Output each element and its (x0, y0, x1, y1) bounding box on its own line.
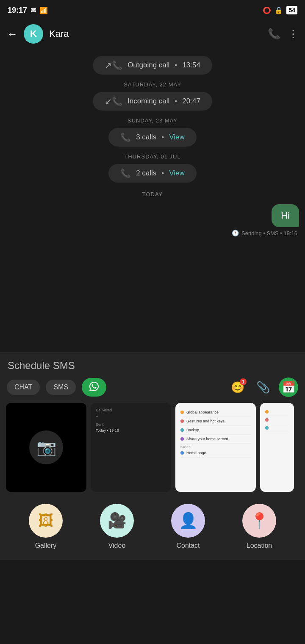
settings-item2-1 (265, 416, 289, 424)
bottom-icons-row: 🖼 Gallery 🎥 Video 👤 Contact 📍 Location (0, 499, 305, 560)
settings-item-4: Home page (180, 449, 251, 458)
settings-item-3: Share your home screen (180, 435, 251, 444)
status-left: 19:17 ✉ 📶 (8, 6, 48, 15)
status-bar: 19:17 ✉ 📶 ⭕ 🔒 54 (0, 0, 305, 20)
sending-status-text: Sending • SMS • 19:16 (241, 230, 297, 236)
delivered-dash: -- (96, 414, 166, 418)
today-label: TODAY (0, 191, 305, 197)
contact-initial: K (30, 28, 37, 39)
video-button[interactable]: 🎥 Video (100, 504, 134, 550)
three-calls-pill[interactable]: 📞 3 calls • View (108, 128, 197, 147)
date-separator-1: SATURDAY, 22 MAY (0, 81, 305, 88)
location-label: Location (247, 542, 272, 550)
sent-label: Sent (96, 422, 166, 427)
date-separator-3: THURSDAY, 01 JUL (0, 153, 305, 160)
settings-item2-0 (265, 408, 289, 416)
gallery-button[interactable]: 🖼 Gallery (29, 504, 63, 550)
top-bar-actions: 📞 ⋮ (268, 28, 298, 40)
three-calls-icon: 📞 (120, 132, 131, 142)
schedule-sms-label: Schedule SMS (0, 360, 305, 378)
outgoing-call-pill[interactable]: ↗📞 Outgoing call • 13:54 (93, 56, 212, 75)
sms-tab-pill[interactable]: SMS (46, 380, 76, 395)
video-label: Video (108, 542, 126, 550)
calendar-icon: 📅 (282, 381, 295, 394)
camera-icon: 📷 (36, 438, 56, 457)
location-icon: 📍 (250, 512, 269, 530)
outgoing-call-icon: ↗📞 (105, 60, 122, 70)
settings-item-1: Gestures and hot keys (180, 417, 251, 426)
gallery-icon: 🖼 (38, 512, 53, 530)
chat-area: ↗📞 Outgoing call • 13:54 SATURDAY, 22 MA… (0, 47, 305, 353)
settings-card-2[interactable] (260, 403, 294, 492)
settings-item-2: Backup (180, 426, 251, 435)
settings-card[interactable]: Global appearanceGestures and hot keysBa… (175, 403, 256, 492)
two-calls-icon: 📞 (120, 168, 131, 178)
more-options-button[interactable]: ⋮ (288, 28, 298, 40)
two-calls-view[interactable]: View (169, 169, 185, 178)
settings-item-0: Global appearance (180, 408, 251, 417)
contact-icon: 👤 (179, 512, 198, 530)
message-bubble-out: Hi (0, 204, 305, 227)
contact-button[interactable]: 👤 Contact (171, 504, 205, 550)
camera-icon-circle: 📷 (29, 430, 63, 464)
whatsapp-icon (89, 382, 99, 391)
camera-card[interactable]: 📷 (6, 403, 86, 492)
call-button[interactable]: 📞 (268, 28, 280, 40)
delivered-label: Delivered (96, 408, 166, 412)
two-calls-label: 2 calls (136, 169, 156, 178)
gallery-label: Gallery (35, 542, 57, 550)
contact-avatar: K (24, 24, 43, 44)
date-separator-2: SUNDAY, 23 MAY (0, 117, 305, 124)
contact-icon-circle: 👤 (171, 504, 205, 538)
attach-button[interactable]: 📎 (253, 378, 273, 397)
chat-tab-pill[interactable]: CHAT (7, 380, 40, 395)
contact-name: Kara (49, 28, 262, 39)
incoming-call-time: 20:47 (182, 97, 200, 105)
status-time: 19:17 (8, 6, 27, 15)
status-right: ⭕ 🔒 54 (263, 6, 297, 14)
sending-status: 🕐 Sending • SMS • 19:16 (0, 229, 305, 241)
incoming-call-icon: ↙📞 (105, 96, 122, 106)
outgoing-call-time: 13:54 (182, 61, 200, 69)
bottom-panel: Schedule SMS CHAT SMS 😊 1 📎 📅 📷 (0, 353, 305, 560)
video-icon: 🎥 (108, 512, 127, 530)
incoming-call-label: Incoming call (128, 97, 169, 105)
sending-clock-icon: 🕐 (232, 230, 239, 236)
location-icon-circle: 📍 (242, 504, 276, 538)
delivered-card[interactable]: Delivered -- Sent Today • 19:16 (91, 403, 171, 492)
location-button[interactable]: 📍 Location (242, 504, 276, 550)
contact-label: Contact (176, 542, 200, 550)
emoji-badge: 1 (240, 378, 247, 385)
gallery-icon-circle: 🖼 (29, 504, 63, 538)
emoji-button[interactable]: 😊 1 (228, 378, 247, 397)
out-message-text: Hi (281, 210, 290, 221)
status-lock-icon: 🔒 (274, 6, 283, 14)
three-calls-view[interactable]: View (169, 133, 185, 142)
three-calls-label: 3 calls (136, 133, 156, 142)
status-battery: 54 (286, 6, 297, 14)
back-button[interactable]: ← (7, 28, 18, 41)
schedule-button[interactable]: 📅 (279, 378, 298, 397)
outgoing-call-label: Outgoing call (128, 61, 169, 69)
top-bar: ← K Kara 📞 ⋮ (0, 20, 305, 47)
status-msg-icon: ✉ (30, 6, 36, 14)
video-icon-circle: 🎥 (100, 504, 134, 538)
screenshot-row: 📷 Delivered -- Sent Today • 19:16 Global… (0, 403, 305, 499)
whatsapp-tab-pill[interactable] (82, 378, 106, 397)
incoming-call-pill[interactable]: ↙📞 Incoming call • 20:47 (93, 92, 212, 111)
two-calls-pill[interactable]: 📞 2 calls • View (108, 164, 197, 183)
out-message-bubble: Hi (272, 204, 299, 227)
status-circle-icon: ⭕ (263, 6, 271, 14)
settings-item2-2 (265, 424, 289, 432)
toolbar-row: CHAT SMS 😊 1 📎 📅 (0, 378, 305, 403)
status-wifi-icon: 📶 (39, 6, 48, 14)
sent-time: Today • 19:16 (96, 428, 166, 433)
attach-icon: 📎 (256, 381, 270, 394)
